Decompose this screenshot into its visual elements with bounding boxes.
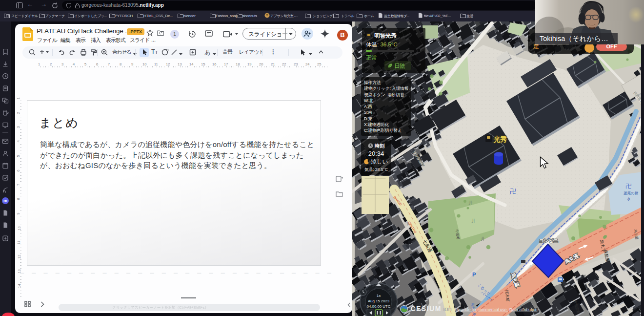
- svg-text:卍: 卍: [510, 188, 516, 195]
- svg-text:Aug 15 2023: Aug 15 2023: [368, 299, 389, 303]
- svg-text:コンビニ: コンビニ: [539, 238, 558, 243]
- svg-text:井: 井: [471, 218, 476, 223]
- svg-text:井: 井: [460, 185, 463, 189]
- svg-text:P: P: [472, 272, 476, 277]
- svg-text:水: 水: [626, 197, 631, 201]
- svg-text:04:00:00 UTC: 04:00:00 UTC: [367, 304, 391, 309]
- svg-text:井: 井: [481, 236, 485, 241]
- svg-text:井: 井: [468, 200, 473, 205]
- svg-text:1x: 1x: [377, 294, 381, 298]
- svg-text:卍: 卍: [625, 183, 631, 190]
- svg-text:蘆庵の鐘: 蘆庵の鐘: [624, 191, 639, 195]
- svg-text:光秀: 光秀: [493, 136, 507, 143]
